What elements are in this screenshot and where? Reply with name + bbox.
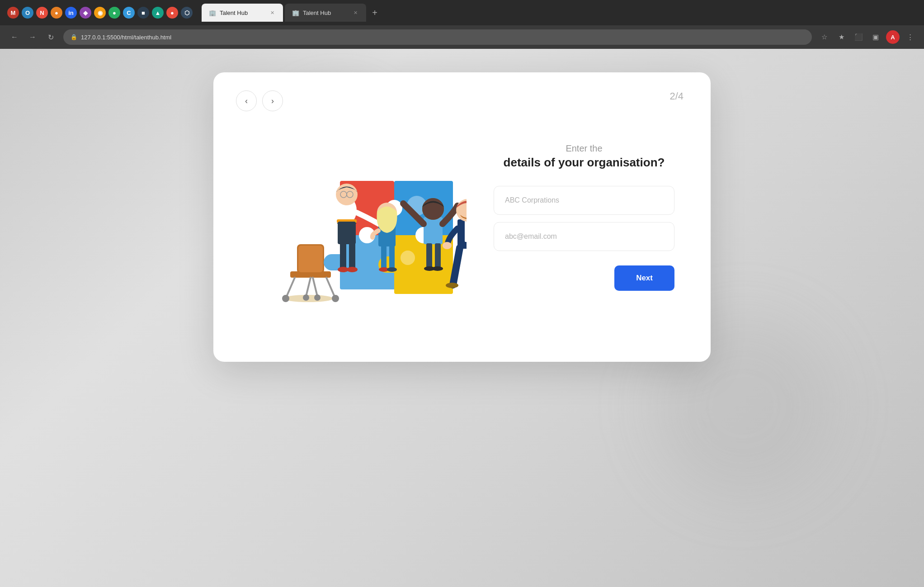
next-button[interactable]: Next [614, 265, 674, 291]
tab-close-1[interactable]: ✕ [269, 9, 276, 16]
svg-line-6 [306, 278, 311, 296]
svg-rect-54 [465, 219, 467, 242]
svg-point-45 [387, 267, 397, 272]
star-button[interactable]: ★ [834, 30, 848, 44]
extensions-button[interactable]: ⬛ [852, 30, 865, 44]
url-text: 127.0.0.1:5500/html/talenthub.html [81, 34, 171, 41]
browser-actions: ☆ ★ ⬛ ▣ A ⋮ [817, 30, 917, 44]
app12-icon[interactable]: ● [166, 7, 178, 19]
step-counter: 2/4 [669, 90, 684, 102]
svg-point-28 [401, 251, 415, 265]
app8-icon[interactable]: ● [108, 7, 120, 19]
next-arrow-icon: › [271, 96, 274, 106]
app10-icon[interactable]: ■ [137, 7, 149, 19]
svg-rect-37 [349, 242, 355, 269]
svg-rect-50 [435, 243, 441, 268]
address-bar: ← → ↻ 🔒 127.0.0.1:5500/html/talenthub.ht… [0, 25, 924, 49]
tab-label-2: Talent Hub [303, 9, 331, 16]
nav-buttons: ← → ↻ [7, 30, 58, 44]
new-tab-button[interactable]: + [368, 6, 382, 19]
svg-point-9 [332, 295, 339, 302]
svg-point-10 [303, 294, 309, 301]
app4-icon[interactable]: ● [51, 7, 62, 19]
prev-button[interactable]: ‹ [236, 90, 257, 111]
gmail-icon[interactable]: M [7, 7, 19, 19]
app6-icon[interactable]: ◆ [80, 7, 91, 19]
form-subtitle: Enter the [494, 143, 674, 154]
svg-point-59 [446, 283, 458, 288]
maps-icon[interactable]: ◉ [94, 7, 106, 19]
menu-button[interactable]: ⋮ [903, 30, 917, 44]
tab-close-2[interactable]: ✕ [352, 9, 359, 16]
svg-rect-31 [338, 222, 356, 244]
modal-nav-arrows: ‹ › [236, 90, 283, 111]
outlook-icon[interactable]: O [22, 7, 33, 19]
netflix-icon[interactable]: N [36, 7, 48, 19]
svg-point-57 [443, 242, 452, 249]
back-button[interactable]: ← [7, 30, 22, 44]
email-input[interactable] [494, 222, 674, 251]
svg-rect-43 [389, 244, 395, 269]
svg-rect-3 [298, 246, 323, 272]
forward-button[interactable]: → [25, 30, 40, 44]
svg-line-7 [313, 278, 317, 296]
tab-favicon-1: 🏢 [209, 9, 216, 16]
illustration-area [250, 122, 467, 312]
svg-point-11 [314, 294, 321, 301]
form-area: Enter the details of your organisation? … [494, 143, 674, 291]
svg-rect-36 [340, 242, 346, 269]
tab-favicon-2: 🏢 [292, 9, 299, 16]
prev-arrow-icon: ‹ [245, 96, 248, 106]
puzzle-illustration [250, 122, 467, 312]
tab-label-1: Talent Hub [220, 9, 248, 16]
bookmark-button[interactable]: ☆ [817, 30, 831, 44]
profile-button[interactable]: A [886, 30, 900, 44]
next-arrow-button[interactable]: › [262, 90, 283, 111]
modal-card: 2/4 ‹ › [213, 72, 711, 362]
github-icon[interactable]: ⬡ [181, 7, 193, 19]
app11-icon[interactable]: ▲ [152, 7, 164, 19]
app9-icon[interactable]: C [123, 7, 135, 19]
org-name-input[interactable] [494, 186, 674, 215]
reload-button[interactable]: ↻ [43, 30, 58, 44]
tab-talent-hub-1[interactable]: 🏢 Talent Hub ✕ [202, 4, 283, 22]
browser-chrome: M O N ● in ◆ ◉ ● C ■ ▲ ● ⬡ 🏢 Talent Hub … [0, 0, 924, 49]
tab-talent-hub-2[interactable]: 🏢 Talent Hub ✕ [285, 4, 366, 22]
svg-rect-49 [426, 243, 432, 268]
tab-bar: M O N ● in ◆ ◉ ● C ■ ▲ ● ⬡ 🏢 Talent Hub … [0, 0, 924, 25]
tab-icons: M O N ● in ◆ ◉ ● C ■ ▲ ● ⬡ [7, 7, 193, 19]
lock-icon: 🔒 [71, 34, 77, 40]
svg-rect-42 [381, 244, 387, 269]
svg-rect-46 [424, 217, 443, 244]
linkedin-icon[interactable]: in [65, 7, 77, 19]
screen-button[interactable]: ▣ [869, 30, 882, 44]
url-bar[interactable]: 🔒 127.0.0.1:5500/html/talenthub.html [63, 29, 812, 45]
svg-point-8 [282, 295, 289, 302]
form-title: details of your organisation? [494, 156, 674, 170]
svg-point-52 [432, 266, 443, 271]
svg-point-39 [347, 267, 358, 272]
